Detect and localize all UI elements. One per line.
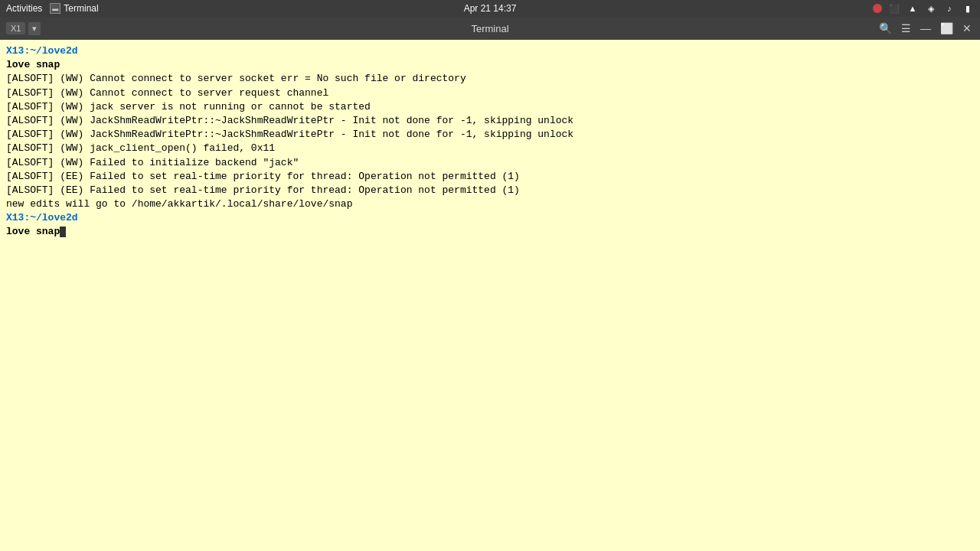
search-button[interactable]: 🔍 [877, 23, 894, 34]
output-line-6: [ALSOFT] (WW) jack_client_open() failed,… [6, 142, 974, 155]
prompt1: X13:~/love2d [6, 45, 78, 57]
command1: love snap [6, 59, 60, 70]
tab-button[interactable]: X1 [6, 22, 25, 34]
output-line-2: [ALSOFT] (WW) Cannot connect to server r… [6, 86, 974, 100]
system-bar-left: Activities ▬ Terminal [6, 3, 99, 14]
wifi-icon[interactable]: ◈ [925, 2, 937, 15]
titlebar-left: X1 ▾ [6, 22, 41, 35]
minimize-button[interactable]: — [918, 23, 933, 34]
terminal-titlebar: X1 ▾ Terminal 🔍 ☰ — ⬜ ✕ [0, 17, 980, 40]
output-line-3: [ALSOFT] (WW) jack server is not running… [6, 100, 974, 114]
notification-dot[interactable] [873, 4, 882, 13]
terminal-content[interactable]: X13:~/love2d love snap [ALSOFT] (WW) Can… [0, 40, 980, 551]
close-button[interactable]: ✕ [960, 23, 974, 34]
output-line-7: [ALSOFT] (WW) Failed to initialize backe… [6, 156, 974, 170]
battery-icon[interactable]: ▮ [962, 2, 974, 15]
output-line-9: [ALSOFT] (EE) Failed to set real-time pr… [6, 184, 974, 197]
restore-button[interactable]: ⬜ [938, 23, 956, 34]
second-prompt-line: X13:~/love2d [6, 211, 974, 225]
output-line-1: [ALSOFT] (WW) Cannot connect to server s… [6, 72, 974, 86]
terminal-title: Terminal [471, 23, 508, 34]
system-tray: ⬛ ▲ ◈ ♪ ▮ [873, 2, 974, 15]
volume-icon[interactable]: ♪ [943, 2, 956, 15]
menu-button[interactable]: ☰ [899, 23, 913, 34]
second-command-line: love snap [6, 225, 974, 239]
first-prompt-line: X13:~/love2d [6, 44, 974, 58]
terminal-app-label: Terminal [64, 3, 98, 14]
titlebar-controls: 🔍 ☰ — ⬜ ✕ [877, 23, 974, 34]
output-line-10: new edits will go to /home/akkartik/.loc… [6, 197, 974, 211]
terminal-app-indicator[interactable]: ▬ Terminal [50, 3, 98, 14]
prompt2: X13:~/love2d [6, 212, 78, 223]
terminal-window: X1 ▾ Terminal 🔍 ☰ — ⬜ ✕ X13:~/love2d lov… [0, 17, 980, 551]
first-command-line: love snap [6, 58, 974, 72]
output-line-8: [ALSOFT] (EE) Failed to set real-time pr… [6, 170, 974, 184]
output-line-5: [ALSOFT] (WW) JackShmReadWritePtr::~Jack… [6, 128, 974, 142]
system-bar: Activities ▬ Terminal Apr 21 14:37 ⬛ ▲ ◈… [0, 0, 980, 17]
network-icon[interactable]: ▲ [906, 2, 919, 15]
terminal-app-icon: ▬ [50, 3, 60, 14]
tab-dropdown-button[interactable]: ▾ [28, 22, 41, 35]
system-datetime: Apr 21 14:37 [464, 3, 517, 14]
command2: love snap [6, 226, 60, 237]
activities-button[interactable]: Activities [6, 3, 42, 14]
cursor [60, 227, 66, 237]
output-line-4: [ALSOFT] (WW) JackShmReadWritePtr::~Jack… [6, 114, 974, 128]
display-icon[interactable]: ⬛ [888, 2, 900, 15]
